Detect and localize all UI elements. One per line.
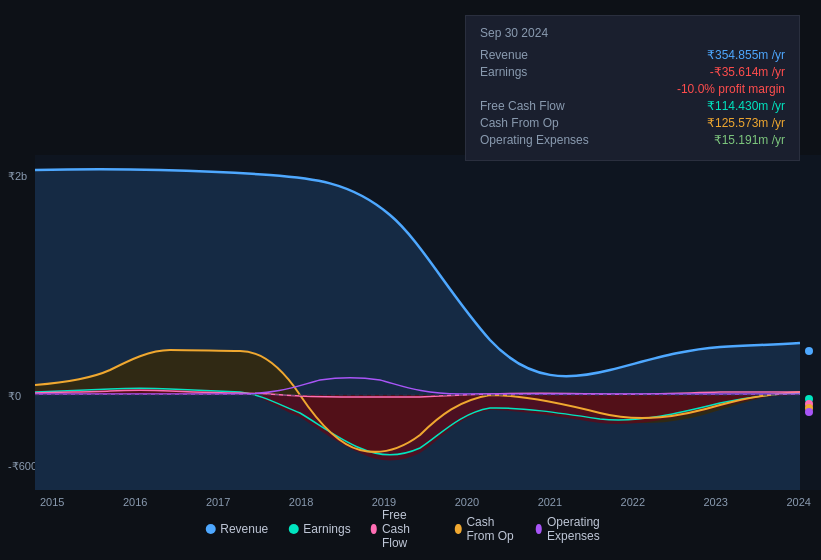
tooltip-cashfromop-row: Cash From Op ₹125.573m /yr — [480, 116, 785, 130]
tooltip-fcf-row: Free Cash Flow ₹114.430m /yr — [480, 99, 785, 113]
tooltip-revenue-label: Revenue — [480, 48, 590, 62]
tooltip-earnings-row: Earnings -₹35.614m /yr — [480, 65, 785, 79]
legend-label-opex: Operating Expenses — [547, 515, 616, 543]
x-label-2020: 2020 — [455, 496, 479, 508]
x-label-2018: 2018 — [289, 496, 313, 508]
tooltip-opex-value: ₹15.191m /yr — [714, 133, 785, 147]
chart-legend: Revenue Earnings Free Cash Flow Cash Fro… — [205, 508, 616, 550]
tooltip-date: Sep 30 2024 — [480, 26, 785, 40]
legend-dot-earnings — [288, 524, 298, 534]
tooltip-earnings-value: -₹35.614m /yr — [710, 65, 785, 79]
tooltip-opex-label: Operating Expenses — [480, 133, 590, 147]
tooltip-cashfromop-label: Cash From Op — [480, 116, 590, 130]
legend-label-cashfromop: Cash From Op — [466, 515, 515, 543]
x-label-2023: 2023 — [704, 496, 728, 508]
x-label-2021: 2021 — [538, 496, 562, 508]
x-axis-labels: 2015 2016 2017 2018 2019 2020 2021 2022 … — [40, 496, 811, 508]
legend-label-earnings: Earnings — [303, 522, 350, 536]
tooltip-opex-row: Operating Expenses ₹15.191m /yr — [480, 133, 785, 147]
legend-dot-fcf — [371, 524, 377, 534]
x-label-2024: 2024 — [786, 496, 810, 508]
edge-dot-opex — [805, 408, 813, 416]
tooltip-revenue-value: ₹354.855m /yr — [707, 48, 785, 62]
legend-item-fcf[interactable]: Free Cash Flow — [371, 508, 435, 550]
edge-dot-revenue — [805, 347, 813, 355]
legend-label-revenue: Revenue — [220, 522, 268, 536]
tooltip-cashfromop-value: ₹125.573m /yr — [707, 116, 785, 130]
x-label-2015: 2015 — [40, 496, 64, 508]
legend-dot-cashfromop — [455, 524, 461, 534]
legend-dot-opex — [536, 524, 542, 534]
legend-dot-revenue — [205, 524, 215, 534]
x-label-2022: 2022 — [621, 496, 645, 508]
x-label-2016: 2016 — [123, 496, 147, 508]
chart-svg — [0, 155, 821, 490]
tooltip-box: Sep 30 2024 Revenue ₹354.855m /yr Earnin… — [465, 15, 800, 161]
legend-item-opex[interactable]: Operating Expenses — [536, 515, 616, 543]
chart-container: ₹2b ₹0 -₹600m — [0, 0, 821, 560]
legend-item-earnings[interactable]: Earnings — [288, 522, 350, 536]
tooltip-revenue-row: Revenue ₹354.855m /yr — [480, 48, 785, 62]
x-label-2019: 2019 — [372, 496, 396, 508]
tooltip-earnings-label: Earnings — [480, 65, 590, 79]
tooltip-fcf-value: ₹114.430m /yr — [707, 99, 785, 113]
tooltip-profit-margin-row: -10.0% profit margin — [480, 82, 785, 96]
tooltip-profit-margin: -10.0% profit margin — [677, 82, 785, 96]
legend-item-revenue[interactable]: Revenue — [205, 522, 268, 536]
x-label-2017: 2017 — [206, 496, 230, 508]
legend-item-cashfromop[interactable]: Cash From Op — [455, 515, 516, 543]
tooltip-fcf-label: Free Cash Flow — [480, 99, 590, 113]
legend-label-fcf: Free Cash Flow — [382, 508, 435, 550]
